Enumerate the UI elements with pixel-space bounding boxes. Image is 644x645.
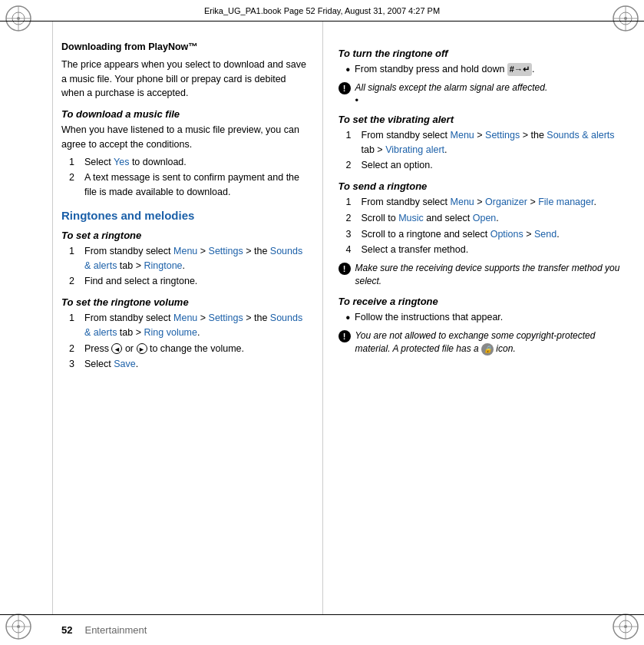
lock-icon: 🔒 bbox=[481, 343, 494, 356]
chapter-label: Entertainment bbox=[84, 624, 147, 636]
hash-key-badge: #→↵ bbox=[507, 63, 532, 76]
set-ringtone-step-1: 1 From standby select Menu > Settings > … bbox=[69, 244, 310, 273]
left-arrow-icon: ◄ bbox=[111, 343, 122, 354]
receive-ringtone-note-text: You are not allowed to exchange some cop… bbox=[355, 329, 622, 356]
set-ringtone-heading: To set a ringtone bbox=[61, 230, 310, 241]
turn-off-note: ! All signals except the alarm signal ar… bbox=[339, 81, 622, 106]
note-icon-1: ! bbox=[339, 82, 351, 94]
set-volume-steps: 1 From standby select Menu > Settings > … bbox=[69, 311, 310, 372]
send-ringtone-step-1: 1 From standby select Menu > Organizer >… bbox=[346, 195, 622, 210]
note-icon-2: ! bbox=[339, 263, 351, 275]
send-ringtone-steps: 1 From standby select Menu > Organizer >… bbox=[346, 195, 622, 257]
download-step-1: 1 Select Yes to download. bbox=[69, 155, 310, 170]
download-step-2: 2 A text message is sent to confirm paym… bbox=[69, 170, 310, 200]
receive-ringtone-step-1: • Follow the instructions that appear. bbox=[346, 310, 622, 325]
ringtones-heading: Ringtones and melodies bbox=[61, 209, 310, 222]
vibrating-step-1: 1 From standby select Menu > Settings > … bbox=[346, 128, 622, 157]
send-ringtone-step-2: 2 Scroll to Music and select Open. bbox=[346, 211, 622, 226]
send-ringtone-step-3: 3 Scroll to a ringtone and select Option… bbox=[346, 227, 622, 242]
page-content: Downloading from PlayNow™ The price appe… bbox=[0, 22, 644, 614]
download-music-steps: 1 Select Yes to download. 2 A text messa… bbox=[69, 155, 310, 200]
set-ringtone-step-2: 2 Find and select a ringtone. bbox=[69, 274, 310, 289]
download-music-body: When you have listened to a music file p… bbox=[61, 123, 310, 152]
vibrating-alert-steps: 1 From standby select Menu > Settings > … bbox=[346, 128, 622, 173]
footer: 52 Entertainment bbox=[0, 614, 644, 645]
download-music-heading: To download a music file bbox=[61, 108, 310, 120]
turn-off-note-text: All signals except the alarm signal are … bbox=[355, 82, 548, 93]
send-ringtone-note: ! Make sure the receiving device support… bbox=[339, 262, 622, 288]
header-bar: Erika_UG_PA1.book Page 52 Friday, August… bbox=[0, 0, 644, 22]
download-heading: Downloading from PlayNow™ bbox=[61, 40, 310, 55]
right-arrow-icon: ► bbox=[137, 343, 147, 354]
header-text: Erika_UG_PA1.book Page 52 Friday, August… bbox=[38, 6, 606, 15]
receive-ringtone-note: ! You are not allowed to exchange some c… bbox=[339, 329, 622, 356]
send-ringtone-note-text: Make sure the receiving device supports … bbox=[355, 262, 622, 288]
set-volume-step-3: 3 Select Save. bbox=[69, 357, 310, 372]
set-volume-step-1: 1 From standby select Menu > Settings > … bbox=[69, 311, 310, 340]
note-icon-3: ! bbox=[339, 330, 351, 342]
receive-ringtone-steps: • Follow the instructions that appear. bbox=[346, 310, 622, 325]
left-column: Downloading from PlayNow™ The price appe… bbox=[0, 22, 322, 614]
set-volume-step-2: 2 Press ◄ or ► to change the volume. bbox=[69, 342, 310, 356]
right-column: To turn the ringtone off • From standby … bbox=[322, 22, 645, 614]
receive-ringtone-heading: To receive a ringtone bbox=[339, 296, 622, 307]
vibrating-step-2: 2 Select an option. bbox=[346, 158, 622, 173]
send-ringtone-heading: To send a ringtone bbox=[339, 180, 622, 192]
page-number: 52 bbox=[61, 624, 72, 636]
turn-off-step-1: • From standby press and hold down #→↵. bbox=[346, 62, 622, 77]
set-volume-heading: To set the ringtone volume bbox=[61, 296, 310, 308]
turn-off-steps: • From standby press and hold down #→↵. bbox=[346, 62, 622, 77]
download-body: The price appears when you select to dow… bbox=[61, 58, 310, 101]
send-ringtone-step-4: 4 Select a transfer method. bbox=[346, 243, 622, 257]
turn-off-heading: To turn the ringtone off bbox=[339, 48, 622, 59]
vibrating-alert-heading: To set the vibrating alert bbox=[339, 114, 622, 125]
set-ringtone-steps: 1 From standby select Menu > Settings > … bbox=[69, 244, 310, 289]
